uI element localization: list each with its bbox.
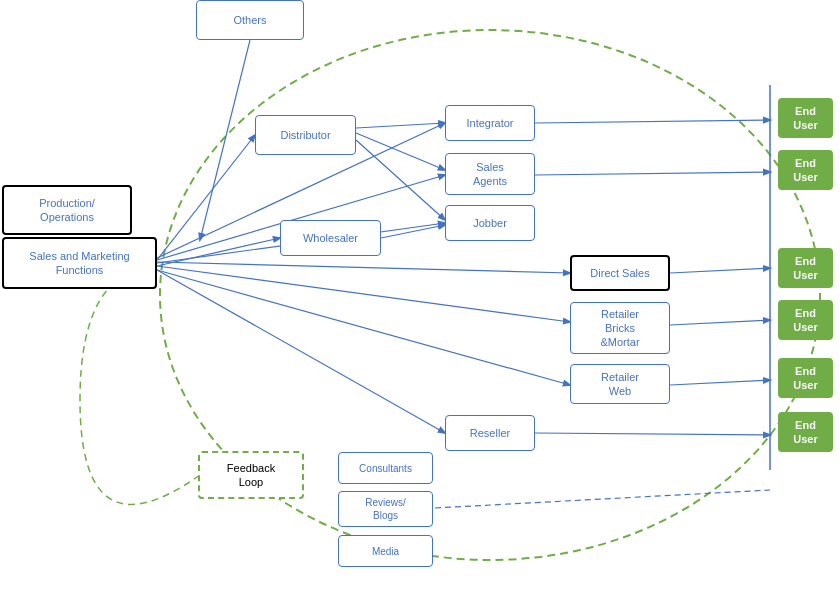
- feedback-loop-node: FeedbackLoop: [198, 451, 304, 499]
- retailer-web-node: RetailerWeb: [570, 364, 670, 404]
- svg-line-6: [157, 266, 570, 322]
- end-user-1-label: EndUser: [793, 104, 817, 133]
- svg-line-3: [157, 135, 255, 260]
- svg-line-2: [200, 40, 250, 240]
- others-node: Others: [196, 0, 304, 40]
- media-label: Media: [372, 545, 399, 558]
- jobber-label: Jobber: [473, 216, 507, 230]
- direct-sales-label: Direct Sales: [590, 266, 649, 280]
- end-user-3-label: EndUser: [793, 254, 817, 283]
- end-user-3-node: EndUser: [778, 248, 833, 288]
- end-user-6-label: EndUser: [793, 418, 817, 447]
- reviews-blogs-node: Reviews/Blogs: [338, 491, 433, 527]
- production-operations-label: Production/Operations: [39, 196, 95, 225]
- svg-line-14: [356, 140, 445, 220]
- end-user-5-node: EndUser: [778, 358, 833, 398]
- svg-line-13: [356, 133, 445, 170]
- svg-line-7: [157, 270, 570, 385]
- consultants-node: Consultants: [338, 452, 433, 484]
- svg-line-12: [356, 123, 445, 128]
- direct-sales-node: Direct Sales: [570, 255, 670, 291]
- retailer-bricks-node: RetailerBricks&Mortar: [570, 302, 670, 354]
- svg-line-18: [670, 268, 770, 273]
- end-user-2-node: EndUser: [778, 150, 833, 190]
- production-operations-node: Production/Operations: [2, 185, 132, 235]
- sales-agents-label: SalesAgents: [473, 160, 507, 189]
- svg-line-15: [381, 225, 445, 238]
- svg-line-5: [157, 262, 570, 273]
- svg-line-19: [670, 320, 770, 325]
- svg-line-17: [535, 172, 770, 175]
- reviews-blogs-label: Reviews/Blogs: [365, 496, 406, 522]
- sales-marketing-node: Sales and MarketingFunctions: [2, 237, 157, 289]
- end-user-1-node: EndUser: [778, 98, 833, 138]
- svg-line-8: [157, 270, 445, 433]
- reseller-node: Reseller: [445, 415, 535, 451]
- retailer-bricks-label: RetailerBricks&Mortar: [600, 307, 639, 350]
- end-user-4-node: EndUser: [778, 300, 833, 340]
- svg-line-4: [157, 238, 280, 266]
- sales-agents-node: SalesAgents: [445, 153, 535, 195]
- feedback-loop-label: FeedbackLoop: [227, 461, 275, 490]
- svg-line-21: [535, 433, 770, 435]
- reseller-label: Reseller: [470, 426, 510, 440]
- svg-line-20: [670, 380, 770, 385]
- end-user-5-label: EndUser: [793, 364, 817, 393]
- distributor-node: Distributor: [255, 115, 356, 155]
- integrator-node: Integrator: [445, 105, 535, 141]
- consultants-label: Consultants: [359, 462, 412, 475]
- retailer-web-label: RetailerWeb: [601, 370, 639, 399]
- end-user-4-label: EndUser: [793, 306, 817, 335]
- others-label: Others: [233, 13, 266, 27]
- svg-line-16: [535, 120, 770, 123]
- end-user-6-node: EndUser: [778, 412, 833, 452]
- diagram-container: Others Distributor Wholesaler Integrator…: [0, 0, 840, 589]
- wholesaler-label: Wholesaler: [303, 231, 358, 245]
- sales-marketing-label: Sales and MarketingFunctions: [29, 249, 129, 278]
- wholesaler-node: Wholesaler: [280, 220, 381, 256]
- svg-line-22: [435, 490, 770, 508]
- end-user-2-label: EndUser: [793, 156, 817, 185]
- integrator-label: Integrator: [466, 116, 513, 130]
- jobber-node: Jobber: [445, 205, 535, 241]
- distributor-label: Distributor: [280, 128, 330, 142]
- media-node: Media: [338, 535, 433, 567]
